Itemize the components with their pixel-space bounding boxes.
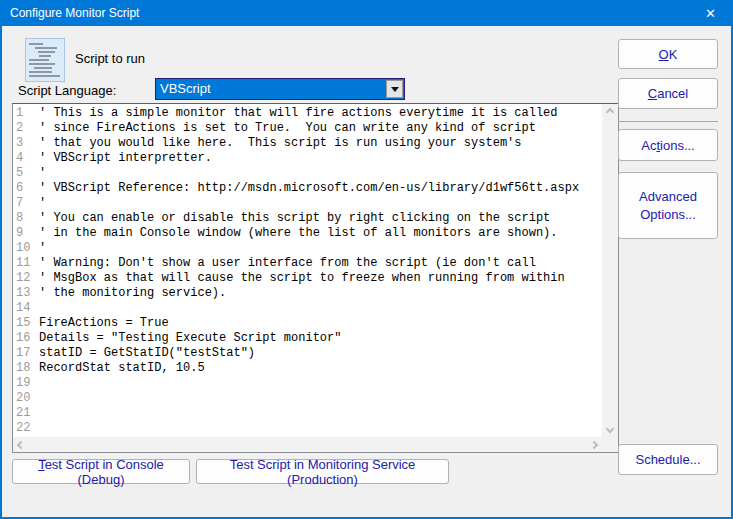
line-number: 6 — [13, 181, 39, 196]
line-number: 16 — [13, 331, 39, 346]
line-text: ' VBScript Reference: http://msdn.micros… — [39, 181, 579, 196]
script-code-area[interactable]: 1 ' This is a simple monitor that will f… — [13, 104, 602, 437]
code-line: 13 ' the monitoring service). — [13, 286, 602, 301]
script-document-icon — [25, 38, 65, 86]
line-text: ' VBScript interpretter. — [39, 151, 212, 166]
script-language-select[interactable]: VBScript — [155, 78, 405, 100]
code-line: 21 — [13, 406, 602, 421]
code-line: 3 ' that you would like here. This scrip… — [13, 136, 602, 151]
line-number: 4 — [13, 151, 39, 166]
line-number: 12 — [13, 271, 39, 286]
scroll-up-icon[interactable] — [606, 108, 614, 116]
line-text: ' — [39, 166, 46, 181]
line-number: 7 — [13, 196, 39, 211]
line-number: 21 — [13, 406, 39, 421]
test-script-console-button[interactable]: Test Script in Console (Debug) — [12, 459, 190, 484]
actions-button[interactable]: Actions... — [618, 129, 718, 161]
code-line: 6 ' VBScript Reference: http://msdn.micr… — [13, 181, 602, 196]
dialog-content: Script to run Script Language: VBScript … — [2, 26, 731, 517]
line-text: statID = GetStatID("testStat") — [39, 346, 255, 361]
line-text: ' — [39, 241, 46, 256]
line-number: 2 — [13, 121, 39, 136]
schedule-button[interactable]: Schedule... — [618, 444, 718, 475]
code-line: 17 statID = GetStatID("testStat") — [13, 346, 602, 361]
script-editor[interactable]: 1 ' This is a simple monitor that will f… — [12, 103, 619, 453]
titlebar[interactable]: Configure Monitor Script ✕ — [0, 0, 733, 26]
code-line: 9 ' in the main Console window (where th… — [13, 226, 602, 241]
vertical-scrollbar[interactable] — [602, 104, 618, 437]
line-number: 9 — [13, 226, 39, 241]
code-line: 20 — [13, 391, 602, 406]
line-text: ' since FireActions is set to True. You … — [39, 121, 536, 136]
scrollbar-corner — [602, 437, 618, 452]
section-title: Script to run — [75, 51, 145, 66]
line-number: 20 — [13, 391, 39, 406]
code-line: 18 RecordStat statID, 10.5 — [13, 361, 602, 376]
code-line: 14 — [13, 301, 602, 316]
line-text: ' the monitoring service). — [39, 286, 226, 301]
line-number: 14 — [13, 301, 39, 316]
selected-language: VBScript — [156, 79, 385, 99]
line-text: ' in the main Console window (where the … — [39, 226, 557, 241]
line-text: ' — [39, 196, 46, 211]
code-line: 16 Details = "Testing Execute Script mon… — [13, 331, 602, 346]
horizontal-scrollbar[interactable] — [13, 437, 602, 452]
line-number: 17 — [13, 346, 39, 361]
script-language-label: Script Language: — [18, 83, 116, 98]
scroll-down-icon[interactable] — [606, 425, 614, 433]
button-column-divider — [618, 121, 718, 122]
configure-monitor-script-dialog: Configure Monitor Script ✕ Script to run… — [0, 0, 733, 519]
line-number: 10 — [13, 241, 39, 256]
code-line: 2 ' since FireActions is set to True. Yo… — [13, 121, 602, 136]
code-line: 19 — [13, 376, 602, 391]
scroll-left-icon[interactable] — [17, 440, 25, 448]
code-line: 11 ' Warning: Don't show a user interfac… — [13, 256, 602, 271]
line-text: Details = "Testing Execute Script monito… — [39, 331, 341, 346]
line-number: 19 — [13, 376, 39, 391]
dropdown-button[interactable] — [386, 80, 403, 98]
chevron-down-icon — [391, 87, 399, 92]
line-number: 15 — [13, 316, 39, 331]
code-line: 22 — [13, 421, 602, 436]
cancel-button[interactable]: Cancel — [618, 78, 718, 109]
code-line: 7 ' — [13, 196, 602, 211]
scroll-right-icon[interactable] — [590, 440, 598, 448]
line-number: 22 — [13, 421, 39, 436]
line-text: ' This is a simple monitor that will fir… — [39, 106, 557, 121]
close-icon[interactable]: ✕ — [688, 0, 733, 26]
line-text: FireActions = True — [39, 316, 169, 331]
code-line: 12 ' MsgBox as that will cause the scrip… — [13, 271, 602, 286]
line-text: ' MsgBox as that will cause the script t… — [39, 271, 565, 286]
line-text: ' that you would like here. This script … — [39, 136, 521, 151]
window-title: Configure Monitor Script — [0, 6, 688, 20]
line-number: 5 — [13, 166, 39, 181]
code-line: 8 ' You can enable or disable this scrip… — [13, 211, 602, 226]
line-number: 18 — [13, 361, 39, 376]
ok-button[interactable]: OK — [618, 39, 718, 69]
code-line: 1 ' This is a simple monitor that will f… — [13, 106, 602, 121]
code-line: 4 ' VBScript interpretter. — [13, 151, 602, 166]
line-number: 13 — [13, 286, 39, 301]
code-line: 5 ' — [13, 166, 602, 181]
code-line: 15 FireActions = True — [13, 316, 602, 331]
line-text: ' You can enable or disable this script … — [39, 211, 550, 226]
advanced-options-button[interactable]: Advanced Options... — [618, 172, 718, 239]
line-number: 8 — [13, 211, 39, 226]
line-number: 1 — [13, 106, 39, 121]
line-number: 3 — [13, 136, 39, 151]
line-text: ' Warning: Don't show a user interface f… — [39, 256, 536, 271]
code-line: 10 ' — [13, 241, 602, 256]
test-script-service-button[interactable]: Test Script in Monitoring Service (Produ… — [196, 459, 449, 484]
line-text: RecordStat statID, 10.5 — [39, 361, 205, 376]
line-number: 11 — [13, 256, 39, 271]
